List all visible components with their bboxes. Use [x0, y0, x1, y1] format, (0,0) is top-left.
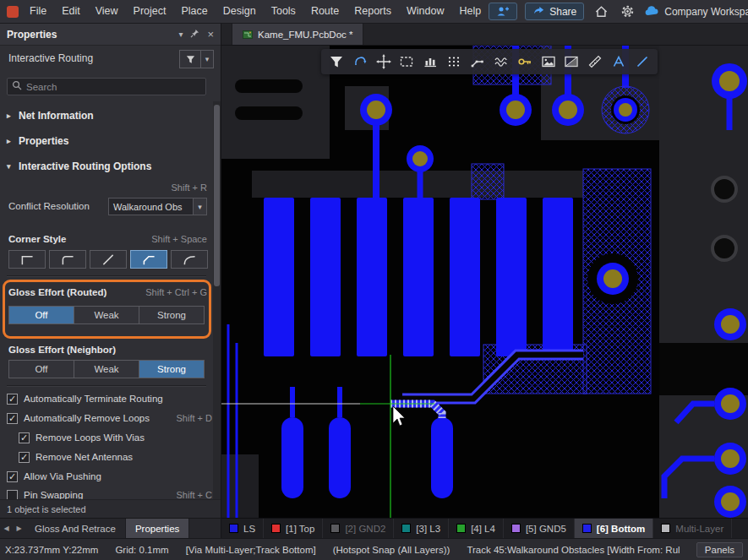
chevron-right-icon: ▸ [7, 137, 14, 145]
snap-lasso-icon[interactable] [350, 52, 370, 72]
checkbox-box[interactable]: ✓ [19, 452, 30, 463]
chevron-right-icon: ▸ [7, 111, 14, 120]
marquee-select-icon[interactable] [396, 52, 417, 72]
route-path-icon[interactable] [467, 52, 488, 72]
grid-dots-icon[interactable] [444, 52, 464, 72]
checkbox-box[interactable]: ✓ [7, 394, 18, 405]
section-interactive-routing-options[interactable]: ▾ Interactive Routing Options [7, 160, 151, 172]
column-chart-icon[interactable] [420, 52, 440, 72]
checkbox-label: Remove Loops With Vias [35, 432, 145, 443]
corner-style-button-90-arc[interactable] [49, 250, 86, 269]
filter-caret-button[interactable]: ▾ [201, 50, 214, 68]
section-properties[interactable]: ▸ Properties [7, 135, 68, 147]
menu-item-view[interactable]: View [88, 0, 126, 23]
tabs-next-arrow[interactable]: ▶ [13, 519, 25, 538]
layer-label: LS [243, 524, 255, 534]
layer-tab-bottom[interactable]: [6] Bottom [575, 519, 654, 538]
panel-menu-caret-icon[interactable]: ▾ [178, 30, 183, 39]
gloss-neighbor-strong-button[interactable]: Strong [139, 361, 204, 378]
image-icon[interactable] [538, 52, 559, 72]
layer-label: [5] GND5 [526, 524, 566, 534]
checkbox-box[interactable]: ✓ [7, 471, 18, 482]
dropdown-caret-icon[interactable]: ▾ [193, 198, 206, 215]
menu-item-help[interactable]: Help [451, 0, 489, 23]
doc-tab-kame-fmu[interactable]: Kame_FMU.PcbDoc * [232, 24, 363, 45]
corner-style-button-45-arc[interactable] [130, 250, 167, 269]
layer-tab-top[interactable]: [1] Top [264, 519, 323, 538]
checkbox-remove-loops-with-vias[interactable]: ✓ Remove Loops With Vias [19, 429, 212, 446]
layer-tab-l3[interactable]: [3] L3 [394, 519, 449, 538]
menubar-right-cluster: Share Company Workspace [489, 3, 748, 21]
panel-pin-icon[interactable] [190, 29, 199, 40]
corner-style-button-45[interactable] [90, 250, 127, 269]
menu-item-window[interactable]: Window [399, 0, 451, 23]
menu-item-project[interactable]: Project [126, 0, 174, 23]
gloss-routed-weak-button[interactable]: Weak [74, 307, 139, 323]
corner-90-arc-icon [59, 253, 76, 266]
layer-tab-multi-layer[interactable]: Multi-Layer [653, 519, 732, 538]
move-icon[interactable] [374, 52, 394, 72]
corner-style-button-90[interactable] [8, 250, 46, 269]
layer-bar: LS [1] Top [2] GND2 [3] L3 [4] L4 [5] GN… [221, 518, 748, 538]
gloss-routed-off-button[interactable]: Off [9, 307, 74, 323]
share-button[interactable]: Share [525, 3, 584, 20]
polygon-mask-icon[interactable] [561, 52, 581, 72]
text-icon[interactable] [609, 52, 629, 72]
corner-90-icon [19, 253, 35, 266]
pcb-viewport[interactable] [221, 46, 748, 518]
menu-item-reports[interactable]: Reports [347, 0, 399, 23]
menu-item-route[interactable]: Route [303, 0, 347, 23]
layer-tab-gnd5[interactable]: [5] GND5 [504, 519, 575, 538]
line-icon[interactable] [632, 52, 652, 72]
filter-icon[interactable] [326, 52, 347, 72]
corner-style-button-arc[interactable] [171, 250, 208, 269]
checkbox-box[interactable]: ✓ [7, 413, 18, 424]
menu-item-file[interactable]: File [22, 0, 54, 23]
checkbox-allow-via-pushing[interactable]: ✓ Allow Via Pushing [7, 468, 212, 485]
editor-area: Kame_FMU.PcbDoc * [221, 24, 748, 538]
checkbox-remove-net-antennas[interactable]: ✓ Remove Net Antennas [19, 449, 212, 465]
selection-status: 1 object is selected [0, 499, 221, 518]
menu-item-design[interactable]: Design [216, 0, 264, 23]
layer-label: [1] Top [286, 524, 314, 534]
home-icon[interactable] [592, 3, 610, 21]
checkbox-automatically-terminate-routing[interactable]: ✓ Automatically Terminate Routing [7, 390, 212, 407]
layer-color-chip [330, 524, 340, 533]
gloss-neighbor-off-button[interactable]: Off [9, 361, 74, 378]
search-input[interactable] [26, 82, 201, 92]
key-icon[interactable] [515, 52, 535, 72]
panel-scrollbar-thumb[interactable] [214, 105, 220, 286]
layer-tab-gnd2[interactable]: [2] GND2 [323, 519, 394, 538]
menu-item-edit[interactable]: Edit [54, 0, 88, 23]
checkbox-shortcut: Shift + D [177, 413, 213, 423]
menu-item-tools[interactable]: Tools [264, 0, 303, 23]
panel-close-icon[interactable]: × [207, 28, 214, 41]
panel-scrollbar[interactable] [213, 101, 221, 518]
panels-button[interactable]: Panels [696, 542, 743, 557]
measure-icon[interactable] [585, 52, 605, 72]
tabs-prev-arrow[interactable]: ◀ [0, 519, 13, 538]
gear-icon[interactable] [618, 3, 636, 21]
panel-header: Properties ▾ × [0, 24, 221, 46]
layer-tab-ls[interactable]: LS [221, 519, 264, 538]
divider [7, 385, 206, 386]
differential-pairs-icon[interactable] [491, 52, 511, 72]
filter-button[interactable] [179, 50, 201, 68]
workspace-indicator[interactable]: Company Workspace [644, 5, 748, 19]
gloss-neighbor-weak-button[interactable]: Weak [74, 361, 139, 378]
tab-gloss-and-retrace[interactable]: Gloss And Retrace [25, 519, 126, 538]
invite-user-button[interactable] [489, 3, 517, 20]
tab-properties[interactable]: Properties [126, 519, 189, 538]
menubar: File Edit View Project Place Design Tool… [0, 0, 748, 24]
section-net-information[interactable]: ▸ Net Information [7, 110, 94, 122]
menu-item-place[interactable]: Place [173, 0, 215, 23]
layer-label: [4] L4 [471, 524, 495, 534]
checkbox-box[interactable]: ✓ [19, 432, 30, 443]
corner-style-shortcut: Shift + Space [151, 234, 207, 244]
gloss-routed-strong-button[interactable]: Strong [139, 307, 204, 323]
pcb-canvas[interactable] [221, 46, 748, 518]
share-label: Share [549, 6, 576, 18]
layer-tab-l4[interactable]: [4] L4 [449, 519, 504, 538]
checkbox-automatically-remove-loops[interactable]: ✓ Automatically Remove Loops Shift + D [7, 410, 212, 427]
conflict-resolution-dropdown[interactable]: Walkaround Obs ▾ [108, 198, 207, 215]
